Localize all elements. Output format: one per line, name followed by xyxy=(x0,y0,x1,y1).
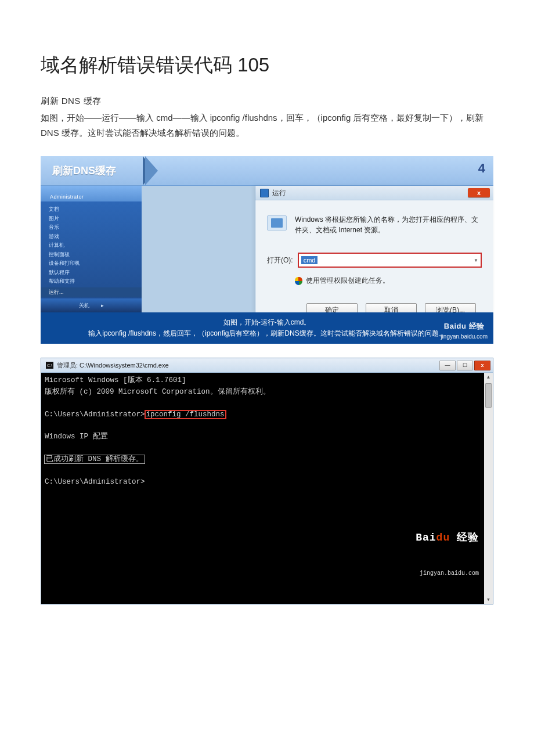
watermark-url: jingyan.baidu.com xyxy=(416,569,479,578)
run-input-value: cmd xyxy=(301,256,318,264)
scroll-thumb[interactable] xyxy=(485,383,492,408)
terminal-icon: C:\ xyxy=(46,362,53,369)
document-root: 域名解析错误错误代码 105 刷新 DNS 缓存 如图，开始——运行——输入 c… xyxy=(41,0,493,628)
watermark: Baidu 经验 jingyan.baidu.com xyxy=(416,508,479,601)
cmd-typed-command: ipconfig /flushdns xyxy=(145,411,226,419)
step-title: 刷新DNS缓存 xyxy=(41,164,116,178)
run-icon xyxy=(260,189,269,197)
open-label: 打开(O): xyxy=(267,255,293,265)
run-admin-text: 使用管理权限创建此任务。 xyxy=(306,276,389,286)
scroll-down-icon[interactable]: ▼ xyxy=(484,595,493,604)
minimize-button[interactable]: — xyxy=(439,361,456,370)
start-menu-run-item[interactable]: 运行... xyxy=(41,287,142,298)
cmd-title: 管理员: C:\Windows\system32\cmd.exe xyxy=(57,361,169,370)
run-admin-hint: 使用管理权限创建此任务。 xyxy=(267,276,482,286)
scroll-up-icon[interactable]: ▲ xyxy=(484,373,493,381)
run-title: 运行 xyxy=(272,188,286,198)
close-button[interactable]: x xyxy=(474,361,490,370)
start-menu-item[interactable]: 图片 xyxy=(49,214,139,224)
cmd-section: Windows IP 配置 xyxy=(45,433,108,441)
start-menu-footer: 关机 ▸ xyxy=(41,298,142,312)
run-description: Windows 将根据您所输入的名称，为您打开相应的程序、文件夹、文档或 Int… xyxy=(295,214,482,235)
run-command-input[interactable]: cmd ▼ xyxy=(298,253,482,268)
cmd-prompt: C:\Users\Administrator> xyxy=(45,411,145,419)
page-title: 域名解析错误错误代码 105 xyxy=(41,52,493,78)
shutdown-options-icon[interactable]: ▸ xyxy=(101,303,104,308)
watermark-logo: Baidu 经验 xyxy=(444,322,485,330)
caption-line: 如图，开始-运行-输入cmd。 xyxy=(48,317,486,328)
start-menu-item[interactable]: 游戏 xyxy=(49,232,139,242)
start-menu-user: Administrator xyxy=(41,186,142,201)
run-dialog: 运行 x Windows 将根据您所输入的名称，为您打开相应的程序、文件夹、文档… xyxy=(255,186,493,312)
cmd-window: C:\ 管理员: C:\Windows\system32\cmd.exe — ☐… xyxy=(41,358,493,604)
section-body: 如图，开始——运行——输入 cmd——输入 ipconfig /flushdns… xyxy=(41,110,493,140)
watermark: Baidu 经验 jingyan.baidu.com xyxy=(441,321,488,342)
start-menu: Administrator 文档 图片 音乐 游戏 计算机 控制面板 设备和打印… xyxy=(41,186,142,312)
window-buttons: — ☐ x xyxy=(439,361,490,370)
cmd-line: 版权所有 (c) 2009 Microsoft Corporation。保留所有… xyxy=(45,388,270,396)
maximize-button[interactable]: ☐ xyxy=(457,361,473,370)
cmd-line: Microsoft Windows [版本 6.1.7601] xyxy=(45,376,186,384)
run-titlebar: 运行 x xyxy=(255,186,493,200)
step-banner: 刷新DNS缓存 4 xyxy=(41,156,493,186)
start-menu-item[interactable]: 默认程序 xyxy=(49,268,139,278)
chevron-right-icon xyxy=(145,156,158,185)
watermark-url: jingyan.baidu.com xyxy=(441,333,488,340)
screenshot-run-dialog: Administrator 文档 图片 音乐 游戏 计算机 控制面板 设备和打印… xyxy=(41,186,493,312)
watermark-logo: Baidu 经验 xyxy=(416,530,479,546)
cmd-success-line: 已成功刷新 DNS 解析缓存。 xyxy=(45,455,145,463)
start-menu-item[interactable]: 文档 xyxy=(49,205,139,214)
start-menu-item[interactable]: 控制面板 xyxy=(49,250,139,260)
cmd-prompt: C:\Users\Administrator> xyxy=(45,478,145,486)
dropdown-icon[interactable]: ▼ xyxy=(474,258,478,263)
shield-icon xyxy=(295,277,302,285)
step-number: 4 xyxy=(478,161,485,176)
cmd-titlebar: C:\ 管理员: C:\Windows\system32\cmd.exe — ☐… xyxy=(41,358,493,373)
scrollbar[interactable]: ▲ ▼ xyxy=(484,373,493,604)
cmd-output[interactable]: Microsoft Windows [版本 6.1.7601] 版权所有 (c)… xyxy=(41,373,493,604)
run-dialog-wrap: 运行 x Windows 将根据您所输入的名称，为您打开相应的程序、文件夹、文档… xyxy=(142,186,493,312)
start-menu-item[interactable]: 音乐 xyxy=(49,223,139,232)
close-button[interactable]: x xyxy=(468,188,490,197)
figure-caption: 如图，开始-运行-输入cmd。 输入ipconfig /flushdns，然后回… xyxy=(41,312,493,344)
start-menu-item[interactable]: 计算机 xyxy=(49,241,139,250)
run-large-icon xyxy=(267,215,287,231)
start-menu-items: 文档 图片 音乐 游戏 计算机 控制面板 设备和打印机 默认程序 帮助和支持 运… xyxy=(41,201,142,298)
caption-line: 输入ipconfig /flushdns，然后回车，（ipconfig后有空格）… xyxy=(48,328,486,339)
start-menu-item[interactable]: 帮助和支持 xyxy=(49,277,139,286)
section-subhead: 刷新 DNS 缓存 xyxy=(41,96,493,107)
start-menu-item[interactable]: 设备和打印机 xyxy=(49,259,139,268)
shutdown-button[interactable]: 关机 xyxy=(79,302,89,309)
